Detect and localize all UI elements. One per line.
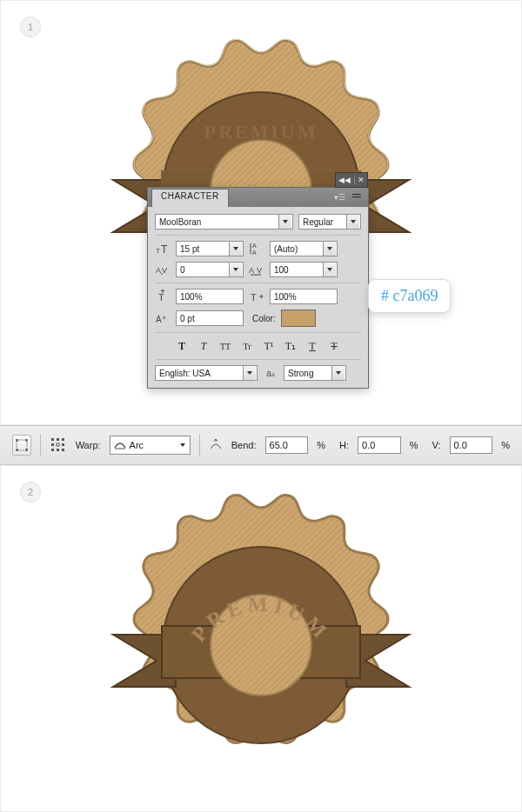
- text-color-swatch[interactable]: [281, 309, 316, 327]
- step-number-1: 1: [20, 17, 41, 37]
- antialias-select[interactable]: Strong: [284, 365, 346, 381]
- svg-rect-21: [25, 439, 28, 442]
- language-value: English: USA: [159, 369, 239, 378]
- svg-text:V: V: [257, 266, 262, 275]
- percent-sign: %: [317, 440, 325, 450]
- separator: [40, 434, 41, 456]
- reference-point-icon[interactable]: [50, 436, 67, 455]
- warp-label: Warp:: [76, 440, 101, 450]
- kerning-icon: AV: [155, 262, 171, 277]
- svg-text:A: A: [252, 243, 257, 249]
- transform-handles-icon[interactable]: [12, 435, 31, 456]
- font-size-value: 15 pt: [180, 244, 225, 254]
- baseline-shift-icon: Aa: [155, 310, 171, 326]
- step-number-2: 2: [20, 482, 41, 503]
- svg-text:T: T: [156, 247, 160, 255]
- h-distort-value: 0.0: [362, 440, 375, 450]
- step-1-panel: 1 PREMIUM: [0, 0, 522, 425]
- vertical-scale-value: 100%: [180, 292, 203, 302]
- font-style-value: Regular: [303, 217, 343, 227]
- svg-rect-28: [57, 443, 59, 446]
- kerning-select[interactable]: 0: [176, 262, 244, 277]
- horizontal-scale-input[interactable]: 100%: [270, 289, 338, 304]
- superscript-button[interactable]: T¹: [260, 338, 278, 354]
- color-label: Color:: [252, 314, 276, 323]
- warp-style-select[interactable]: Arc: [110, 436, 191, 455]
- svg-text:A: A: [252, 250, 257, 256]
- hex-color-callout: # c7a069: [368, 279, 451, 313]
- underline-button[interactable]: T: [304, 338, 321, 354]
- small-caps-button[interactable]: Tr: [238, 338, 256, 354]
- h-distort-label: H:: [339, 440, 349, 450]
- badge-artwork-step2: PREMIUM: [104, 489, 418, 802]
- leading-icon: AA: [249, 241, 264, 256]
- character-panel: ◀◀ ✕ CHARACTER ▾☰ MoolBoran Regular: [147, 187, 369, 389]
- svg-rect-23: [25, 449, 28, 451]
- font-family-value: MoolBoran: [159, 217, 275, 227]
- svg-text:A: A: [156, 266, 161, 275]
- bend-value: 65.0: [270, 440, 288, 450]
- v-distort-label: V:: [432, 440, 441, 450]
- step-2-panel: 2 PREMIUM: [0, 465, 522, 812]
- svg-rect-32: [62, 449, 64, 451]
- v-distort-input[interactable]: 0.0: [450, 436, 493, 454]
- antialias-value: Strong: [288, 369, 328, 378]
- chevron-down-icon: [331, 366, 345, 380]
- font-family-select[interactable]: MoolBoran: [155, 214, 293, 230]
- warp-options-bar: Warp: Arc Bend: 65.0 % H: 0.0 % V: 0.0 %: [0, 425, 522, 465]
- svg-rect-27: [51, 443, 54, 446]
- horizontal-scale-value: 100%: [274, 292, 297, 302]
- strikethrough-button[interactable]: T: [325, 338, 343, 354]
- svg-rect-31: [57, 449, 59, 451]
- tracking-icon: AV: [249, 262, 264, 277]
- bend-input[interactable]: 65.0: [265, 436, 309, 454]
- svg-rect-25: [57, 438, 59, 441]
- percent-sign: %: [501, 440, 510, 450]
- orientation-icon[interactable]: [209, 436, 223, 455]
- svg-rect-20: [16, 439, 18, 442]
- tracking-select[interactable]: 100: [270, 262, 338, 277]
- font-style-select[interactable]: Regular: [298, 214, 361, 230]
- tab-character[interactable]: CHARACTER: [151, 189, 229, 207]
- character-panel-body: MoolBoran Regular TT 15 pt AA: [148, 207, 368, 388]
- panel-collapse-icon[interactable]: [351, 191, 362, 202]
- chevron-down-icon: [177, 438, 189, 452]
- font-size-select[interactable]: 15 pt: [176, 241, 244, 256]
- percent-sign: %: [410, 440, 418, 450]
- svg-text:A: A: [156, 315, 162, 324]
- svg-text:A: A: [249, 266, 254, 275]
- vertical-scale-icon: T: [155, 289, 171, 304]
- chevron-down-icon: [323, 242, 336, 256]
- faux-italic-button[interactable]: T: [195, 338, 212, 354]
- h-distort-input[interactable]: 0.0: [358, 436, 401, 454]
- all-caps-button[interactable]: TT: [217, 338, 234, 354]
- leading-value: (Auto): [274, 244, 319, 254]
- svg-text:T: T: [161, 243, 168, 255]
- bend-label: Bend:: [231, 440, 257, 450]
- svg-rect-22: [16, 449, 18, 451]
- chevron-down-icon: [278, 215, 291, 229]
- baseline-shift-value: 0 pt: [180, 314, 195, 323]
- svg-text:T: T: [158, 292, 164, 303]
- svg-text:a: a: [163, 315, 166, 320]
- language-select[interactable]: English: USA: [155, 365, 258, 381]
- svg-text:T: T: [251, 292, 257, 303]
- v-distort-value: 0.0: [454, 440, 467, 450]
- collapse-left-icon: ◀◀: [338, 176, 351, 184]
- panel-dock-controls[interactable]: ◀◀ ✕: [335, 172, 368, 188]
- faux-bold-button[interactable]: T: [173, 338, 191, 354]
- svg-rect-30: [51, 449, 54, 451]
- close-icon[interactable]: ✕: [354, 176, 365, 184]
- chevron-down-icon: [229, 263, 242, 276]
- vertical-scale-input[interactable]: 100%: [176, 289, 244, 304]
- horizontal-scale-icon: T: [249, 289, 264, 304]
- chevron-down-icon: [243, 366, 256, 380]
- baseline-shift-input[interactable]: 0 pt: [176, 310, 244, 326]
- leading-select[interactable]: (Auto): [270, 241, 338, 256]
- subscript-button[interactable]: T₁: [282, 338, 299, 354]
- chevron-down-icon: [346, 215, 359, 229]
- chevron-down-icon: [229, 242, 242, 256]
- arc-icon: [114, 439, 126, 451]
- kerning-value: 0: [180, 265, 225, 275]
- panel-options-icon[interactable]: ▾☰: [334, 193, 345, 202]
